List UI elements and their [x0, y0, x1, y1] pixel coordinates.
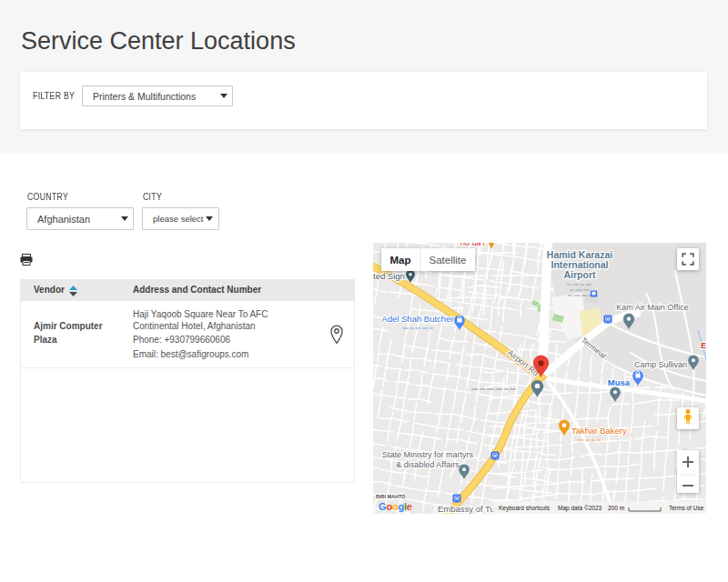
svg-text:Terms of Use: Terms of Use — [669, 505, 704, 511]
svg-text:Keyboard shortcuts: Keyboard shortcuts — [499, 505, 551, 512]
svg-text:& disabled Affairs: & disabled Affairs — [396, 460, 460, 469]
svg-text:Camp Sullivan: Camp Sullivan — [634, 360, 687, 369]
svg-text:Embassy of Tur: Embassy of Tur — [438, 504, 498, 514]
svg-text:e: e — [407, 501, 412, 512]
svg-text:Musa: Musa — [608, 377, 631, 387]
svg-text:Map data ©2023: Map data ©2023 — [558, 505, 602, 512]
svg-text:BIBI MAHTO: BIBI MAHTO — [376, 494, 406, 499]
svg-text:Airport: Airport — [564, 269, 597, 280]
svg-text:Adel Shah Butcher: Adel Shah Butcher — [381, 314, 453, 324]
svg-text:G: G — [379, 501, 387, 512]
svg-text:Kam Air Main Office: Kam Air Main Office — [616, 303, 688, 312]
svg-text:E: E — [701, 341, 706, 350]
svg-text:200 m: 200 m — [608, 505, 624, 511]
svg-text:Satellite: Satellite — [430, 255, 467, 266]
svg-text:State Ministry for martyrs: State Ministry for martyrs — [382, 450, 474, 459]
svg-text:Map: Map — [390, 255, 411, 266]
svg-text:Takhar Bakery: Takhar Bakery — [571, 426, 627, 436]
svg-text:ted Sign: ted Sign — [373, 271, 405, 281]
svg-text:no uaʼi: no uaʼi — [460, 243, 485, 247]
